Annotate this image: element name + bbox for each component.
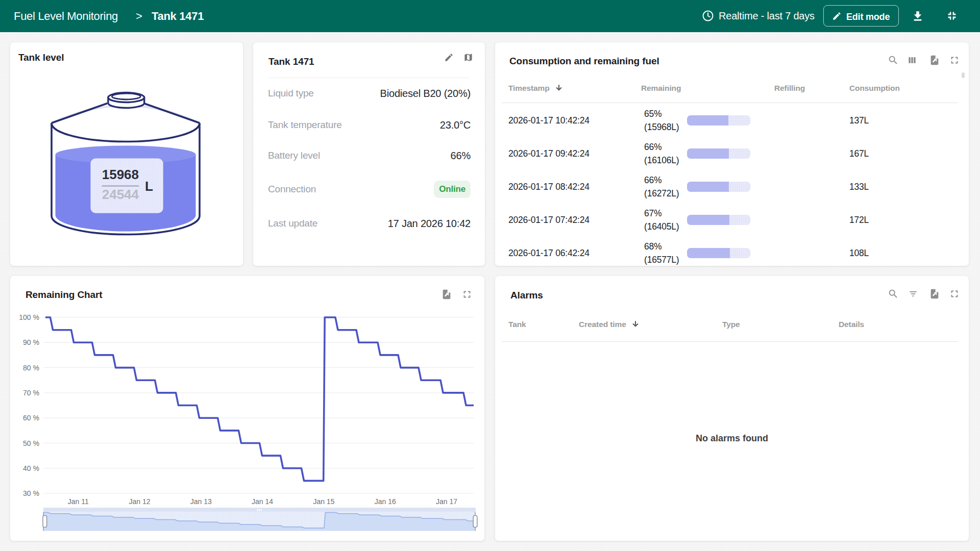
- svg-text:30 %: 30 %: [23, 489, 39, 497]
- svg-text:Jan 17: Jan 17: [436, 497, 457, 506]
- svg-text:L: L: [145, 179, 153, 194]
- svg-text:70 %: 70 %: [23, 389, 39, 397]
- svg-text:15968: 15968: [102, 167, 139, 182]
- svg-text:50 %: 50 %: [23, 439, 39, 447]
- svg-text:40 %: 40 %: [23, 464, 39, 472]
- svg-text:Jan 16: Jan 16: [375, 497, 396, 506]
- svg-text:90 %: 90 %: [23, 338, 39, 346]
- svg-text:Jan 13: Jan 13: [190, 497, 212, 506]
- svg-text:Jan 15: Jan 15: [313, 497, 334, 506]
- svg-text:Jan 14: Jan 14: [252, 497, 273, 506]
- svg-text:100 %: 100 %: [19, 313, 39, 321]
- svg-text:60 %: 60 %: [23, 414, 39, 422]
- svg-text:80 %: 80 %: [23, 364, 39, 372]
- svg-text:Jan 12: Jan 12: [129, 497, 150, 506]
- svg-text:24544: 24544: [102, 187, 139, 202]
- svg-text:Jan 11: Jan 11: [68, 497, 89, 506]
